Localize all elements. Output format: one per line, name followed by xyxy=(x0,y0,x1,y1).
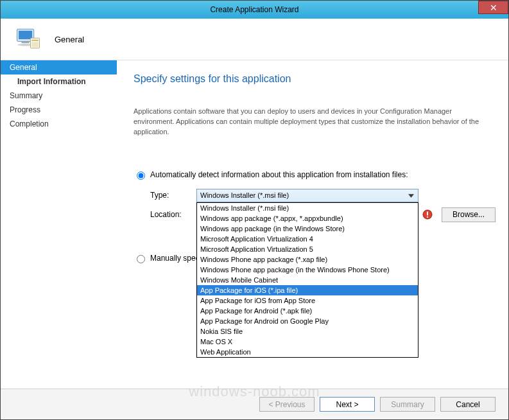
window-title: Create Application Wizard xyxy=(1,5,508,14)
location-label: Location: xyxy=(150,210,196,219)
title-bar: Create Application Wizard ✕ xyxy=(1,1,508,19)
svg-rect-9 xyxy=(427,216,428,218)
radio-manual[interactable] xyxy=(137,255,145,263)
cancel-button[interactable]: Cancel xyxy=(440,397,496,412)
svg-rect-6 xyxy=(31,42,39,47)
wizard-window: Create Application Wizard ✕ General Gene… xyxy=(0,0,509,420)
type-option[interactable]: Windows app package (*.appx, *.appxbundl… xyxy=(197,213,418,223)
type-option[interactable]: Web Application xyxy=(197,347,418,357)
close-button[interactable]: ✕ xyxy=(478,1,508,14)
computer-icon xyxy=(15,26,42,53)
type-option[interactable]: Windows app package (in the Windows Stor… xyxy=(197,223,418,234)
sidebar-item-progress[interactable]: Progress xyxy=(1,103,117,117)
type-option[interactable]: Windows Phone app package (in the Window… xyxy=(197,265,418,275)
sidebar-item-summary[interactable]: Summary xyxy=(1,89,117,103)
type-option[interactable]: Microsoft Application Virtualization 5 xyxy=(197,244,418,254)
wizard-content: Specify settings for this application Ap… xyxy=(117,60,508,389)
browse-button[interactable]: Browse... xyxy=(442,207,496,222)
type-option[interactable]: Microsoft Application Virtualization 4 xyxy=(197,234,418,244)
wizard-header: General xyxy=(1,19,508,60)
radio-auto-detect[interactable] xyxy=(137,171,145,180)
header-label: General xyxy=(55,35,84,44)
type-option[interactable]: Windows Installer (*.msi file) xyxy=(197,203,418,213)
page-description: Applications contain software that you c… xyxy=(134,107,493,137)
svg-rect-1 xyxy=(19,31,32,39)
type-option[interactable]: Nokia SIS file xyxy=(197,326,418,337)
wizard-button-bar: < Previous Next > Summary Cancel xyxy=(1,389,508,419)
svg-rect-8 xyxy=(427,212,428,216)
type-option[interactable]: App Package for Android on Google Play xyxy=(197,316,418,326)
type-dropdown-list: Windows Installer (*.msi file)Windows ap… xyxy=(196,202,418,358)
type-option[interactable]: App Package for Android (*.apk file) xyxy=(197,306,418,316)
error-icon xyxy=(422,209,433,220)
chevron-down-icon xyxy=(406,191,416,201)
next-button[interactable]: Next > xyxy=(320,397,375,412)
wizard-steps-sidebar: GeneralImport InformationSummaryProgress… xyxy=(1,60,117,389)
type-selected-value: Windows Installer (*.msi file) xyxy=(200,191,289,199)
radio-auto-detect-row: Automatically detect information about t… xyxy=(134,170,496,180)
type-combobox[interactable]: Windows Installer (*.msi file) xyxy=(196,189,418,202)
summary-button[interactable]: Summary xyxy=(380,397,435,412)
radio-auto-detect-label: Automatically detect information about t… xyxy=(150,170,408,179)
type-option[interactable]: Windows Phone app package (*.xap file) xyxy=(197,254,418,265)
type-label: Type: xyxy=(150,191,196,200)
type-option[interactable]: Mac OS X xyxy=(197,337,418,347)
close-icon: ✕ xyxy=(490,3,497,13)
sidebar-item-import-information[interactable]: Import Information xyxy=(1,74,117,89)
svg-rect-5 xyxy=(31,40,39,41)
type-option[interactable]: App Package for iOS (*.ipa file) xyxy=(197,285,418,295)
previous-button[interactable]: < Previous xyxy=(259,397,315,412)
sidebar-item-completion[interactable]: Completion xyxy=(1,117,117,131)
sidebar-item-general[interactable]: General xyxy=(1,60,117,74)
svg-rect-2 xyxy=(22,42,30,44)
type-option[interactable]: Windows Mobile Cabinet xyxy=(197,275,418,285)
type-option[interactable]: App Package for iOS from App Store xyxy=(197,295,418,306)
page-heading: Specify settings for this application xyxy=(134,73,496,85)
